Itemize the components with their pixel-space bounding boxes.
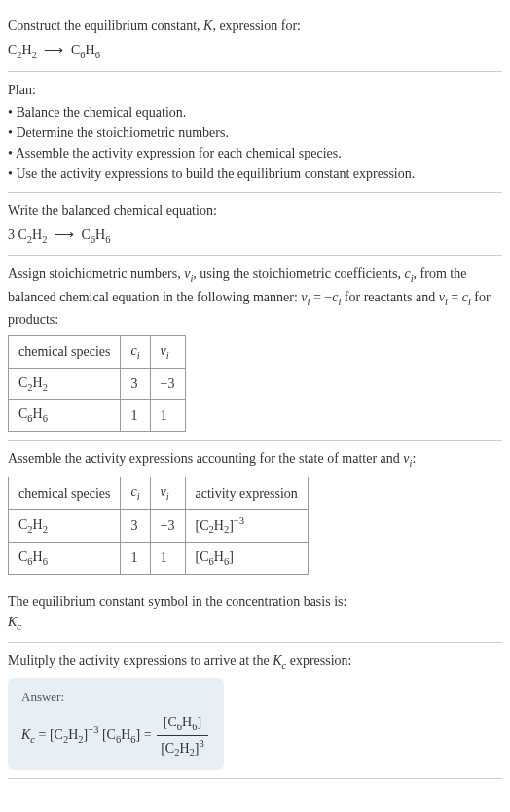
stoich-table: chemical species ci νi C2H2 3 −3 C6H6 1 … [8,335,186,432]
intro-text: Construct the equilibrium constant, [8,18,203,33]
table-header-row: chemical species ci νi activity expressi… [9,477,309,510]
multiply-section: Mulitply the activity expressions to arr… [8,643,502,779]
balanced-equation: 3 C2H2 ⟶ C6H6 [8,225,502,248]
reaction-arrow-icon: ⟶ [44,40,63,60]
intro-text2: , expression for: [212,18,301,33]
cell-c: 1 [121,543,150,575]
cell-nu: 1 [150,400,185,432]
cell-c: 1 [121,400,150,432]
plan-item: • Balance the chemical equation. [8,102,502,123]
eq-sign: = − [310,290,332,304]
cell-nu: −3 [150,368,185,400]
cell-activity: [C2H2]−3 [185,509,308,542]
denominator: [C2H2]3 [157,736,208,760]
cell-species: C6H6 [9,543,121,575]
table-row: C6H6 1 1 [C6H6] [9,543,309,575]
header-species: chemical species [9,477,121,510]
plan-item: • Use the activity expressions to build … [8,163,502,184]
activity-table: chemical species ci νi activity expressi… [8,477,309,574]
table-row: C2H2 3 −3 [9,368,186,400]
cell-species: C2H2 [9,368,121,400]
symbol-section: The equilibrium constant symbol in the c… [8,583,502,644]
balanced-section: Write the balanced chemical equation: 3 … [8,193,502,257]
species-c2h2: C2H2 [8,43,37,57]
answer-label: Answer: [21,688,210,707]
assemble-section: Assemble the activity expressions accoun… [8,441,502,583]
header-nu: νi [150,477,185,510]
coefficient: 3 [8,228,15,242]
header-activity: activity expression [185,477,308,510]
nu-eq2: νi [439,290,448,304]
plan-list: • Balance the chemical equation. • Deter… [8,102,502,184]
plan-label: Plan: [8,80,502,100]
assemble-text: Assemble the activity expressions accoun… [8,451,403,466]
numerator: [C6H6] [157,712,208,736]
assemble-text2: : [412,451,416,466]
header-nu: νi [150,336,185,369]
multiply-text: Mulitply the activity expressions to arr… [8,653,273,668]
nu-symbol: νi [184,266,193,281]
cell-nu: −3 [150,509,185,542]
species-c6h6: C6H6 [71,43,100,57]
balanced-label: Write the balanced chemical equation: [8,200,502,221]
plan-item: • Assemble the activity expression for e… [8,143,502,163]
species-c6h6: C6H6 [81,228,110,242]
header-species: chemical species [9,336,121,369]
c-eq: ci [332,290,341,304]
kc-symbol: Kc [8,612,502,635]
eq-sign2: = [448,290,462,304]
answer-equation: Kc = [C2H2]−3 [C6H6] = [C6H6][C2H2]3 [21,712,210,760]
assign-text: Assign stoichiometric numbers, [8,266,184,281]
cell-species: C6H6 [9,400,121,432]
table-row: C6H6 1 1 [9,400,186,432]
cell-c: 3 [121,368,150,400]
c-eq2: ci [462,290,471,304]
answer-box: Answer: Kc = [C2H2]−3 [C6H6] = [C6H6][C2… [8,678,224,770]
intro-section: Construct the equilibrium constant, K, e… [8,8,502,72]
K-symbol: K [203,18,212,33]
cell-nu: 1 [150,543,185,575]
c-symbol: ci [404,266,413,281]
species-c2h2: C2H2 [18,228,48,242]
reaction-arrow-icon: ⟶ [55,225,74,245]
table-header-row: chemical species ci νi [9,336,186,369]
header-c: ci [121,477,150,510]
assign-text: for reactants and [341,290,438,304]
symbol-text: The equilibrium constant symbol in the c… [8,591,502,612]
assign-section: Assign stoichiometric numbers, νi, using… [8,256,502,441]
fraction: [C6H6][C2H2]3 [157,712,208,760]
table-row: C2H2 3 −3 [C2H2]−3 [9,509,309,542]
plan-section: Plan: • Balance the chemical equation. •… [8,72,502,193]
multiply-text2: expression: [286,653,351,668]
plan-item: • Determine the stoichiometric numbers. [8,123,502,143]
kc-symbol: Kc [273,653,286,668]
cell-species: C2H2 [9,509,121,542]
cell-activity: [C6H6] [185,543,308,575]
assign-text: , using the stoichiometric coefficients, [193,266,404,281]
unbalanced-equation: C2H2 ⟶ C6H6 [8,40,502,63]
header-c: ci [121,336,150,369]
cell-c: 3 [121,509,150,542]
